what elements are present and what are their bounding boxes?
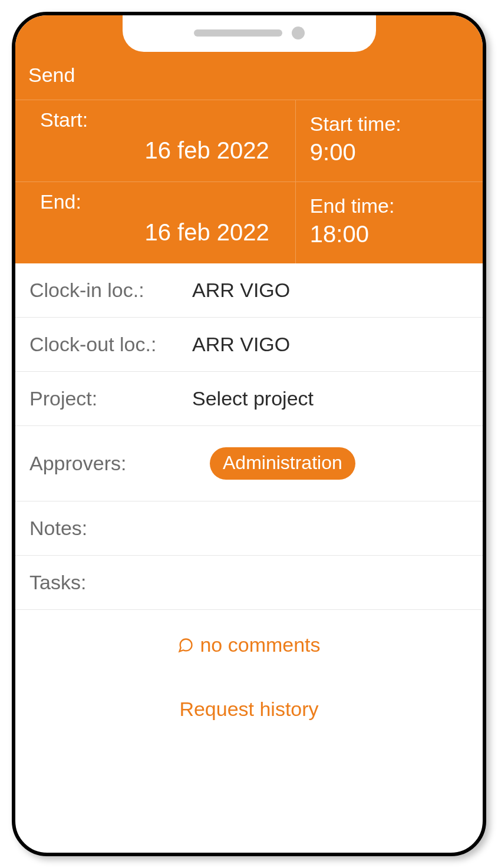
end-time-value: 18:00 <box>310 221 469 247</box>
bottom-actions: no comments Request history <box>15 610 483 744</box>
start-time-label: Start time: <box>310 113 469 136</box>
tasks-label: Tasks: <box>29 571 86 594</box>
clock-in-value: ARR VIGO <box>189 279 469 302</box>
start-date-label: Start: <box>29 108 281 131</box>
project-label: Project: <box>29 387 189 410</box>
form-header: Send Start: 16 feb 2022 Start time: 9:00… <box>15 15 483 263</box>
end-row: End: 16 feb 2022 End time: 18:00 <box>15 181 483 263</box>
device-frame: Send Start: 16 feb 2022 Start time: 9:00… <box>12 12 486 856</box>
start-time-value: 9:00 <box>310 139 469 166</box>
end-time-label: End time: <box>310 194 469 217</box>
approvers-row[interactable]: Approvers: Administration <box>15 426 483 501</box>
end-date-value: 16 feb 2022 <box>29 219 281 246</box>
project-row[interactable]: Project: Select project <box>15 372 483 426</box>
time-grid: Start: 16 feb 2022 Start time: 9:00 End:… <box>15 100 483 263</box>
notes-row[interactable]: Notes: <box>15 501 483 556</box>
speaker-slit <box>194 29 282 37</box>
end-time-cell[interactable]: End time: 18:00 <box>296 182 483 263</box>
comment-icon <box>177 637 194 654</box>
start-date-cell[interactable]: Start: 16 feb 2022 <box>15 100 296 181</box>
clock-out-label: Clock-out loc.: <box>29 333 189 356</box>
start-time-cell[interactable]: Start time: 9:00 <box>296 100 483 181</box>
approver-chip[interactable]: Administration <box>210 447 355 480</box>
clock-out-row[interactable]: Clock-out loc.: ARR VIGO <box>15 318 483 372</box>
send-button[interactable]: Send <box>15 60 483 100</box>
approvers-label: Approvers: <box>29 452 189 475</box>
clock-out-value: ARR VIGO <box>189 333 469 356</box>
device-notch <box>123 14 376 52</box>
notes-label: Notes: <box>29 517 189 540</box>
start-date-value: 16 feb 2022 <box>29 137 281 164</box>
clock-in-row[interactable]: Clock-in loc.: ARR VIGO <box>15 263 483 318</box>
tasks-row[interactable]: Tasks: <box>15 556 483 610</box>
comments-text: no comments <box>200 633 320 656</box>
end-date-label: End: <box>29 190 281 213</box>
request-history-link[interactable]: Request history <box>179 698 318 721</box>
start-row: Start: 16 feb 2022 Start time: 9:00 <box>15 100 483 181</box>
clock-in-label: Clock-in loc.: <box>29 279 189 302</box>
front-camera <box>292 27 305 39</box>
comments-link[interactable]: no comments <box>177 633 320 656</box>
project-value: Select project <box>189 387 469 410</box>
approvers-value: Administration <box>189 447 469 480</box>
end-date-cell[interactable]: End: 16 feb 2022 <box>15 182 296 263</box>
form-body: Clock-in loc.: ARR VIGO Clock-out loc.: … <box>15 263 483 610</box>
